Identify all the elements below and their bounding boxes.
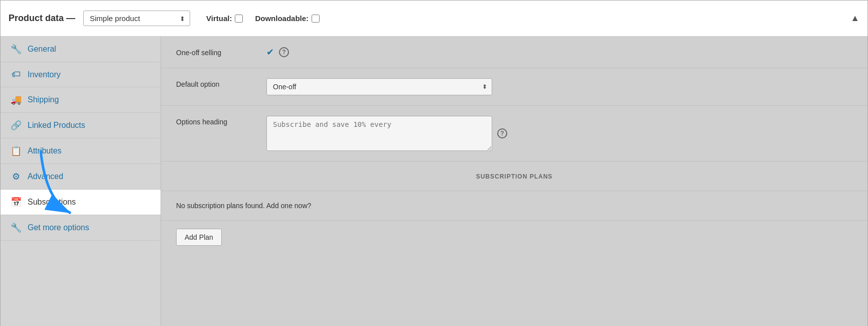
product-type-select-wrapper[interactable]: Simple product Variable product Grouped … <box>83 11 190 26</box>
wrench-icon: 🔧 <box>11 44 22 55</box>
link-icon: 🔗 <box>11 120 22 131</box>
sidebar-item-inventory[interactable]: 🏷 Inventory <box>1 62 161 87</box>
main-layout: 🔧 General 🏷 Inventory 🚚 Shipping 🔗 Linke… <box>1 37 867 326</box>
sidebar-item-shipping-label: Shipping <box>28 95 59 104</box>
sidebar: 🔧 General 🏷 Inventory 🚚 Shipping 🔗 Linke… <box>1 37 161 326</box>
plugin-icon: 🔧 <box>11 222 22 233</box>
no-plans-row: No subscription plans found. Add one now… <box>161 191 867 221</box>
one-off-selling-content: ✔ ? <box>266 47 852 58</box>
default-option-select[interactable]: One-off Monthly Yearly <box>266 78 492 95</box>
sidebar-item-get-more-options[interactable]: 🔧 Get more options <box>1 215 161 241</box>
default-option-content: One-off Monthly Yearly <box>266 78 852 95</box>
sidebar-item-inventory-label: Inventory <box>28 70 61 79</box>
one-off-selling-row: One-off selling ✔ ? <box>161 37 867 68</box>
sidebar-item-linked-products[interactable]: 🔗 Linked Products <box>1 113 161 138</box>
product-type-select[interactable]: Simple product Variable product Grouped … <box>83 11 190 26</box>
content-area: One-off selling ✔ ? Default option One-o… <box>161 37 867 326</box>
options-heading-textarea[interactable] <box>266 116 492 151</box>
sidebar-item-advanced-label: Advanced <box>28 172 63 181</box>
sidebar-item-subscriptions[interactable]: 📅 Subscriptions <box>1 190 161 215</box>
subscription-plans-divider: SUBSCRIPTION PLANS <box>161 161 867 191</box>
sidebar-item-linked-products-label: Linked Products <box>28 121 85 130</box>
add-plan-row: Add Plan <box>161 221 867 254</box>
truck-icon: 🚚 <box>11 94 22 105</box>
list-icon: 📋 <box>11 145 22 156</box>
downloadable-label: Downloadable: <box>255 14 309 23</box>
default-option-select-wrapper[interactable]: One-off Monthly Yearly <box>266 78 492 95</box>
default-option-label: Default option <box>176 78 266 88</box>
sidebar-item-shipping[interactable]: 🚚 Shipping <box>1 87 161 113</box>
downloadable-checkbox[interactable] <box>312 15 320 23</box>
sidebar-item-get-more-options-label: Get more options <box>28 223 89 232</box>
one-off-selling-label: One-off selling <box>176 47 266 57</box>
gear-icon: ⚙ <box>11 171 22 182</box>
sidebar-item-attributes-label: Attributes <box>28 146 62 155</box>
downloadable-checkbox-group: Downloadable: <box>255 14 320 23</box>
virtual-downloadable-group: Virtual: Downloadable: <box>206 14 320 23</box>
no-plans-text: No subscription plans found. Add one now… <box>176 202 311 210</box>
product-data-panel: Product data — Simple product Variable p… <box>0 0 868 326</box>
options-heading-row: Options heading ? <box>161 106 867 161</box>
sidebar-item-subscriptions-label: Subscriptions <box>28 198 76 207</box>
options-heading-label: Options heading <box>176 116 266 126</box>
virtual-checkbox-group: Virtual: <box>206 14 243 23</box>
sidebar-item-advanced[interactable]: ⚙ Advanced <box>1 164 161 190</box>
default-option-row: Default option One-off Monthly Yearly <box>161 68 867 106</box>
add-plan-button[interactable]: Add Plan <box>176 229 222 246</box>
options-heading-help-icon[interactable]: ? <box>497 128 507 138</box>
sidebar-item-attributes[interactable]: 📋 Attributes <box>1 138 161 164</box>
subscription-plans-label: SUBSCRIPTION PLANS <box>476 173 553 180</box>
options-heading-content: ? <box>266 116 852 151</box>
virtual-checkbox[interactable] <box>235 15 243 23</box>
virtual-label: Virtual: <box>206 14 232 23</box>
collapse-button[interactable]: ▲ <box>850 13 859 24</box>
one-off-help-icon[interactable]: ? <box>279 47 289 57</box>
product-data-label: Product data — <box>9 13 75 24</box>
checkmark-icon: ✔ <box>266 47 274 58</box>
calendar-icon: 📅 <box>11 197 22 208</box>
sidebar-item-general[interactable]: 🔧 General <box>1 37 161 62</box>
product-data-bar: Product data — Simple product Variable p… <box>1 1 867 37</box>
sidebar-item-general-label: General <box>28 45 56 54</box>
tag-icon: 🏷 <box>11 69 22 80</box>
